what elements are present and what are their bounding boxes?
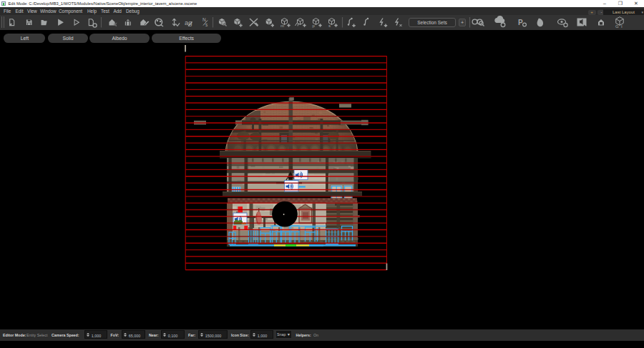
svg-text:G: G: [615, 24, 619, 29]
svg-text:m: m: [280, 24, 284, 28]
svg-text:ag: ag: [185, 19, 192, 26]
svg-text:I: I: [621, 24, 623, 29]
svg-text:P: P: [518, 19, 523, 26]
svg-text:s: s: [328, 24, 331, 28]
svg-text:N: N: [203, 17, 206, 22]
